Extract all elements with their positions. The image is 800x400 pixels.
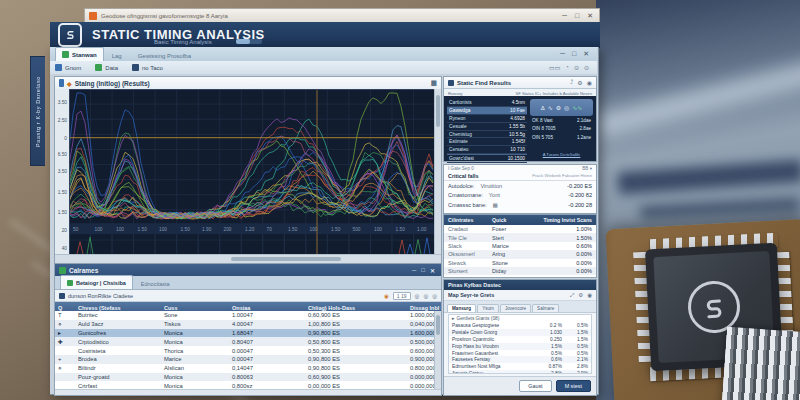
table-row[interactable]: TButritecSone1.000470,60,900 ES1.000,000… bbox=[55, 311, 435, 320]
minimize-icon[interactable]: ─ bbox=[562, 12, 567, 20]
results-row[interactable]: Chemistug10.5.5g bbox=[447, 131, 527, 139]
results-tool-icons[interactable]: Δ ∿ ⚙ ◎ ∿∿ bbox=[530, 99, 593, 116]
close-icon[interactable]: ✕ bbox=[430, 267, 435, 274]
dialog-tab[interactable]: Mansurg bbox=[447, 304, 476, 312]
svg-text:70: 70 bbox=[267, 227, 273, 232]
help-icon[interactable]: ⊙ bbox=[584, 64, 589, 71]
list-item[interactable]: Fauseses Ferstay0.6%2.1% bbox=[449, 356, 591, 363]
results-row[interactable]: Gowrc'diast10.1500 bbox=[447, 154, 527, 163]
table-row[interactable]: ⋄Auld 3aczTiskos4.000471,00,800 ES0,040,… bbox=[55, 320, 435, 329]
docked-side-tab[interactable]: Paastg r K-by Dxnelaso bbox=[30, 56, 45, 166]
table-row[interactable]: Pouz-groatdMonica0.800630,60,900 ES0.000… bbox=[55, 373, 435, 382]
settings-icon[interactable]: ⊙ bbox=[574, 64, 579, 71]
toolbar-button-trace[interactable]: no Taco bbox=[127, 64, 168, 71]
list-item[interactable]: Pwstale Cown Gnorg1.0301.5% bbox=[449, 329, 591, 336]
column-header[interactable]: Chliag) Hols-Dass bbox=[305, 305, 407, 311]
critical-row[interactable]: Cmastomane:Yont-0.200 82 bbox=[444, 191, 596, 201]
table-row[interactable]: SlackMarice0.60% bbox=[444, 242, 596, 250]
settings-icon[interactable]: ⚙ bbox=[577, 79, 582, 86]
svg-text:1.50: 1.50 bbox=[396, 227, 406, 232]
table-row[interactable]: OksosmerlAring0.00% bbox=[444, 250, 596, 258]
refresh-icon[interactable]: ◔ bbox=[565, 64, 569, 71]
chart-plot-area[interactable]: 501001001.501001.501.902001.20701.501001… bbox=[69, 89, 435, 255]
cell-name: Stewck bbox=[448, 260, 492, 266]
table-row[interactable]: Tile CleStert1.50% bbox=[444, 233, 596, 241]
minimize-icon[interactable]: ─ bbox=[560, 50, 565, 58]
dialog-tab[interactable]: Salmare bbox=[532, 304, 559, 312]
table-row[interactable]: StursertDiday0.00% bbox=[444, 267, 596, 275]
toolbar-button-open[interactable]: Gnom bbox=[50, 64, 86, 71]
table-row[interactable]: CradaotFoser1.00% bbox=[444, 225, 596, 233]
minimize-icon[interactable]: ─ bbox=[412, 267, 416, 274]
column-header[interactable]: Dissag Inbl Dass bbox=[407, 305, 441, 311]
list-item[interactable]: Fraavinen Gauanbest0.5%0.5% bbox=[449, 350, 591, 357]
next-icon[interactable]: ◎ bbox=[423, 293, 428, 299]
svg-text:100: 100 bbox=[374, 227, 382, 232]
panel-menu-icon[interactable]: ▦ bbox=[431, 79, 437, 87]
critical-row[interactable]: Autodolce:Virutition-0.200 ES bbox=[444, 181, 596, 191]
table-row[interactable]: ▸GunicofresMonica1.680470,90,800 ES1.600… bbox=[55, 329, 435, 338]
results-row[interactable]: Ryneon4.6928 bbox=[447, 115, 527, 123]
row-icon: + bbox=[55, 356, 75, 362]
table-row[interactable]: +BrodeaMarice0.000470,90,800 ES0.900,000… bbox=[55, 355, 435, 364]
tab-active[interactable]: Betaiogr | Chsisiba bbox=[60, 275, 133, 289]
cancel-button[interactable]: Gaust bbox=[519, 380, 551, 392]
collapse-control[interactable]: BB ▾ bbox=[582, 166, 592, 171]
column-header[interactable]: Onsiaa bbox=[229, 305, 305, 311]
dialog-tab[interactable]: Ysum bbox=[477, 304, 499, 312]
maximize-icon[interactable]: □ bbox=[421, 267, 425, 274]
timing-chart[interactable]: 501001001.501001.501.902001.20701.501001… bbox=[69, 89, 435, 255]
pager[interactable]: 1 19 bbox=[393, 292, 411, 300]
help-icon[interactable]: ◉ bbox=[587, 292, 592, 299]
settings-icon[interactable]: ⚙ bbox=[578, 292, 583, 299]
maximize-icon[interactable]: □ bbox=[575, 12, 579, 20]
list-item[interactable]: Prositron Cpantrolic0.2501.5% bbox=[449, 336, 591, 343]
help-icon[interactable]: ◉ bbox=[587, 79, 592, 86]
list-item[interactable]: Edmurtisen Nost Mfiga0.87%2.8% bbox=[449, 363, 591, 370]
dialog-tab[interactable]: Jovencore bbox=[500, 304, 531, 312]
column-header[interactable]: Cuss bbox=[161, 305, 229, 311]
list-item[interactable]: Pasausa Gesptogtese0.2 %0.5% bbox=[449, 322, 591, 329]
close-icon[interactable]: ✕ bbox=[583, 50, 589, 58]
expand-icon[interactable]: ⤢ bbox=[570, 292, 574, 299]
screenshot-root: Geodose ofinggismsi gavofomemsvgte 8 Aar… bbox=[0, 0, 800, 400]
tab-protocols[interactable]: Gewissing Prosofba bbox=[130, 53, 199, 61]
export-icon[interactable]: ⤴ bbox=[570, 79, 573, 86]
table-row[interactable]: ✚CrptodisticoMonica0.804070,50,800 ES0.5… bbox=[55, 337, 435, 346]
tab-inactive[interactable]: Ednoctiasta bbox=[133, 281, 178, 289]
close-icon[interactable]: ✕ bbox=[587, 12, 593, 20]
save-button[interactable]: M stest bbox=[556, 380, 591, 392]
list-item[interactable]: Arresta Gratue2.8%2.9% bbox=[449, 370, 591, 374]
table-vertical-scrollbar[interactable] bbox=[434, 311, 441, 390]
prev-icon[interactable]: ◎ bbox=[415, 293, 420, 299]
y-tick-label: 3.50 bbox=[58, 169, 67, 174]
panel-icon bbox=[59, 267, 66, 274]
toolbar-button-data[interactable]: Data bbox=[90, 64, 123, 71]
results-link[interactable]: A Turans Dcrtc5a6fc bbox=[532, 152, 591, 157]
table-row[interactable]: CosiristetaThorica0.000470,50,300 ES0.60… bbox=[55, 346, 435, 355]
column-header[interactable]: Q bbox=[55, 305, 75, 311]
settings-icon[interactable]: ◎ bbox=[432, 293, 437, 299]
results-row[interactable]: Cartionists4.5nm bbox=[447, 99, 527, 107]
table-row[interactable]: ⋄BiltindrAlslican0,140470,90,800 ES0.800… bbox=[55, 364, 435, 373]
list-item[interactable]: Frop Hass bu Vroubm1.5%0.5% bbox=[449, 343, 591, 350]
chart-vertical-scrollbar[interactable] bbox=[434, 89, 441, 255]
results-row[interactable]: Cesuale1.55 5b bbox=[447, 123, 527, 131]
results-row[interactable]: Estimate1.545f bbox=[447, 138, 527, 146]
y-tick-label: 1.50 bbox=[58, 210, 67, 215]
results-row[interactable]: Cersateu10 710 bbox=[447, 146, 527, 154]
table-row[interactable]: StewckSitone0.00% bbox=[444, 259, 596, 267]
critical-label: Cmastomane: bbox=[448, 192, 483, 198]
maximize-icon[interactable]: □ bbox=[572, 50, 576, 58]
dialog-titlebar[interactable]: Pinas Kyfbas Dastec bbox=[444, 280, 596, 290]
result-value: 10 710 bbox=[510, 147, 525, 152]
results-row[interactable]: Gawwdga10 Fae bbox=[447, 107, 527, 115]
tab-lag[interactable]: Lag bbox=[104, 53, 130, 61]
chart-horizontal-scrollbar[interactable] bbox=[55, 254, 441, 263]
panel-toggle-icon[interactable]: ▭▭ bbox=[549, 64, 560, 71]
refresh-icon[interactable]: ◉ bbox=[384, 293, 389, 299]
critical-row[interactable]: Cmasssc bane:▦-0.200 28 bbox=[444, 200, 596, 210]
tab-active[interactable]: Stanwan bbox=[55, 47, 104, 61]
column-header[interactable]: Chvess (Stefass bbox=[75, 305, 161, 311]
list-section-header[interactable]: ▸Gentlets Giants (08) bbox=[449, 315, 591, 322]
